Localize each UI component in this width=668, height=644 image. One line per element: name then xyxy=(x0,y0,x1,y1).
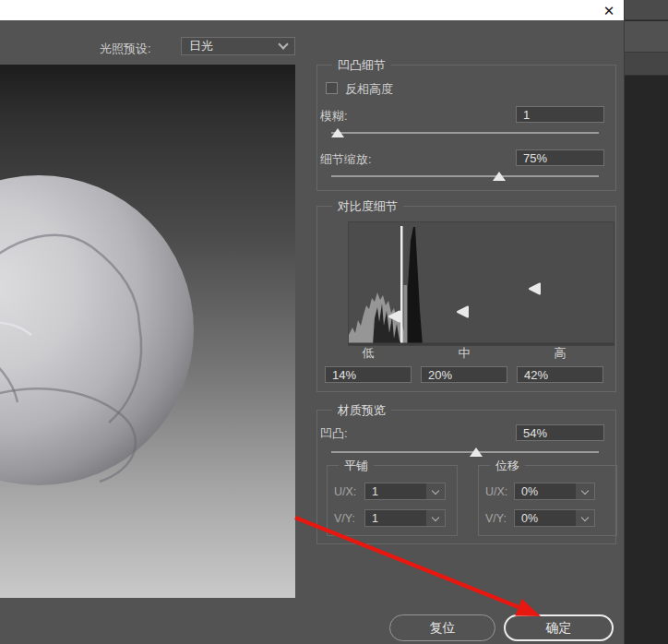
lighting-preset-label: 光照预设: xyxy=(100,41,151,57)
chevron-down-icon xyxy=(432,486,439,494)
bump-label: 凹凸: xyxy=(320,425,348,442)
invert-height-label: 反相高度 xyxy=(345,81,393,98)
material-preview-canvas[interactable] xyxy=(0,65,295,598)
bump-slider-thumb[interactable] xyxy=(470,447,483,457)
combo-button[interactable] xyxy=(426,483,445,499)
combo-button[interactable] xyxy=(576,483,594,499)
material-preview-group: 材质预览 凹凸: 平铺 U/X: 1 V/Y: 1 位移 U/X: xyxy=(316,410,616,544)
tile-vy-value: 1 xyxy=(365,512,426,525)
tile-group: 平铺 U/X: 1 V/Y: 1 xyxy=(327,465,458,536)
combo-button[interactable] xyxy=(576,510,594,526)
high-label: 高 xyxy=(517,345,603,362)
high-marker[interactable] xyxy=(530,284,540,294)
detail-scale-label: 细节缩放: xyxy=(320,151,372,168)
reset-button-label: 复位 xyxy=(430,620,456,637)
histogram-plot xyxy=(349,222,614,345)
material-preview-title: 材质预览 xyxy=(332,402,391,419)
tile-ux-value: 1 xyxy=(365,485,426,498)
chevron-down-icon xyxy=(278,39,288,49)
slider-track xyxy=(331,175,599,177)
ok-button[interactable]: 确定 xyxy=(504,614,614,641)
lighting-preset-select[interactable]: 日光 xyxy=(181,37,295,55)
low-label: 低 xyxy=(325,345,412,362)
slider-track xyxy=(331,451,599,453)
chevron-down-icon xyxy=(432,513,439,520)
background-panel-segment xyxy=(625,53,668,76)
ok-button-label: 确定 xyxy=(546,620,572,637)
mid-label: 中 xyxy=(421,345,507,362)
bump-detail-group: 凹凸细节 反相高度 模糊: 细节缩放: xyxy=(316,65,616,191)
high-input[interactable] xyxy=(517,366,603,383)
contrast-detail-group: 对比度细节 低 中 高 xyxy=(316,206,616,392)
lighting-preset-value: 日光 xyxy=(189,38,280,54)
tile-ux-combo[interactable]: 1 xyxy=(364,483,446,500)
bump-detail-title: 凹凸细节 xyxy=(332,57,391,74)
tile-title: 平铺 xyxy=(339,458,374,474)
offset-title: 位移 xyxy=(490,458,525,474)
mid-input[interactable] xyxy=(421,366,507,383)
chevron-down-icon xyxy=(581,513,589,520)
contrast-detail-title: 对比度细节 xyxy=(332,198,403,215)
offset-ux-combo[interactable]: 0% xyxy=(514,483,595,500)
offset-ux-value: 0% xyxy=(515,485,576,498)
background-app-panel xyxy=(624,0,668,644)
chevron-down-icon xyxy=(581,486,589,494)
contrast-histogram[interactable] xyxy=(348,221,614,346)
bump-input[interactable] xyxy=(516,424,604,441)
tile-ux-label: U/X: xyxy=(334,485,356,498)
background-panel-segment xyxy=(625,21,668,53)
detail-scale-input[interactable] xyxy=(516,149,604,166)
detail-scale-slider[interactable] xyxy=(331,172,599,183)
blur-slider-thumb[interactable] xyxy=(331,128,344,137)
combo-button[interactable] xyxy=(426,510,445,526)
offset-vy-combo[interactable]: 0% xyxy=(514,509,595,527)
detail-scale-slider-thumb[interactable] xyxy=(493,172,506,181)
preview-sphere xyxy=(0,65,295,598)
close-button[interactable]: ✕ xyxy=(594,0,624,20)
bump-map-dialog: ✕ 光照预设: 日光 xyxy=(0,0,668,644)
blur-slider[interactable] xyxy=(331,128,599,139)
tile-vy-label: V/Y: xyxy=(334,512,355,525)
dialog-titlebar: ✕ xyxy=(0,0,624,20)
blur-label: 模糊: xyxy=(320,108,348,125)
mid-marker[interactable] xyxy=(458,307,468,317)
reset-button[interactable]: 复位 xyxy=(389,614,495,641)
slider-track xyxy=(331,132,599,134)
offset-vy-value: 0% xyxy=(515,512,576,525)
offset-vy-label: V/Y: xyxy=(485,512,507,525)
low-input[interactable] xyxy=(325,366,412,383)
offset-group: 位移 U/X: 0% V/Y: 0% xyxy=(478,465,617,536)
offset-ux-label: U/X: xyxy=(485,485,507,498)
invert-height-checkbox[interactable] xyxy=(326,82,338,94)
close-icon: ✕ xyxy=(603,4,615,18)
tile-vy-combo[interactable]: 1 xyxy=(364,509,446,527)
background-panel-segment xyxy=(625,0,668,20)
blur-input[interactable] xyxy=(516,106,604,123)
